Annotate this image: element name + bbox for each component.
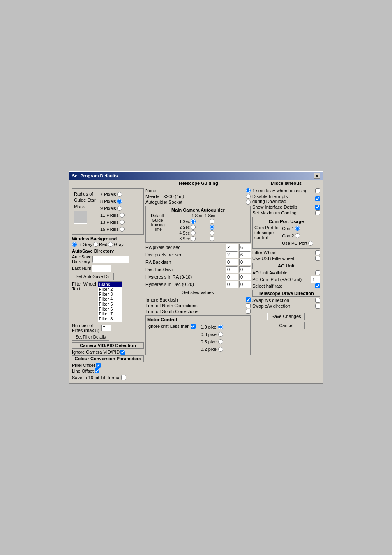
- save-changes-button[interactable]: Save Changes: [267, 313, 304, 320]
- num-filters-input[interactable]: [101, 325, 111, 331]
- filter-4[interactable]: Filter 4: [98, 297, 122, 302]
- set-autosave-dir-button[interactable]: Set AutoSave Dir: [72, 273, 114, 280]
- radio-gray[interactable]: [108, 242, 113, 247]
- dec-pixels-val1[interactable]: [226, 251, 238, 258]
- radio-autoguider[interactable]: [246, 200, 251, 205]
- filter-blank[interactable]: Blank: [98, 282, 122, 287]
- swap-ns-label: Swap n/s direction: [252, 298, 289, 303]
- ignore-drift-checkbox[interactable]: [191, 324, 196, 329]
- gray-label: Gray: [114, 242, 124, 247]
- filter-8[interactable]: Filter 8: [98, 316, 122, 321]
- swap-ew-checkbox[interactable]: [315, 304, 320, 309]
- radio-7px[interactable]: [117, 192, 122, 197]
- radio-1sec-col1[interactable]: [191, 219, 196, 224]
- radio-13px[interactable]: [120, 220, 125, 225]
- radio-0-8px[interactable]: [218, 332, 223, 337]
- swap-ns-checkbox[interactable]: [315, 298, 320, 303]
- dec-pixels-val2[interactable]: [239, 251, 251, 258]
- com1-label: Com1: [282, 226, 294, 231]
- last-num-input[interactable]: [92, 265, 111, 272]
- hyst-dec-val2[interactable]: [239, 281, 251, 288]
- sec-delay-checkbox[interactable]: [315, 188, 320, 193]
- radio-none[interactable]: [246, 188, 251, 193]
- ignore-backlash-label: Ignore Backlash: [145, 297, 178, 302]
- filter-3[interactable]: Filter 3: [98, 292, 122, 297]
- radio-9px[interactable]: [117, 206, 122, 211]
- autosave-dir-input[interactable]: [92, 256, 129, 263]
- pc-com-port-input[interactable]: [311, 276, 320, 283]
- set-slew-values-button[interactable]: Set slew values: [179, 289, 217, 296]
- set-filter-details-button[interactable]: Set Filter Details: [72, 334, 109, 341]
- select-half-rate-checkbox[interactable]: [315, 283, 320, 288]
- sec-delay-label: 1 sec delay when focussing: [252, 188, 308, 193]
- guide-default-label: DefaultGuideTrainingTime: [147, 214, 168, 232]
- hyst-dec-label: Hysteresis in Dec (0-20): [145, 282, 194, 287]
- save-16bit-label: Save in 16 bit Tiff format: [72, 375, 120, 380]
- show-interface-checkbox[interactable]: [315, 205, 320, 210]
- filter-list[interactable]: Blank Filter 2 Filter 3 Filter 4 Filter …: [98, 281, 122, 322]
- hyst-ra-val2[interactable]: [239, 274, 251, 280]
- dialog-body: Radius ofGuide StarMask 7 Pixels 8 Pixel…: [69, 186, 323, 383]
- dec-backlash-val2[interactable]: [239, 266, 251, 273]
- radio-0-2px[interactable]: [218, 347, 223, 352]
- radio-pc-port[interactable]: [308, 241, 313, 246]
- filter-wheel-checkbox[interactable]: [315, 250, 320, 255]
- line-offset-checkbox[interactable]: [95, 368, 99, 373]
- ignore-backlash-checkbox[interactable]: [246, 297, 251, 302]
- set-program-defaults-dialog: Set Program Defaults ✕ Telescope Guiding…: [69, 171, 323, 384]
- ra-pixels-label: RA pixels per sec: [145, 245, 180, 250]
- hyst-ra-val1[interactable]: [226, 274, 238, 280]
- turn-off-north-checkbox[interactable]: [246, 303, 251, 308]
- mask-label: Radius ofGuide StarMask: [74, 191, 99, 210]
- ra-pixels-val1[interactable]: [226, 244, 238, 251]
- set-max-cooling-checkbox[interactable]: [315, 210, 320, 215]
- dialog-title: Set Program Defaults: [72, 173, 118, 178]
- radio-1-0px[interactable]: [218, 325, 223, 329]
- close-button[interactable]: ✕: [314, 173, 320, 179]
- radio-com1[interactable]: [295, 226, 300, 231]
- main-camera-label: Main Camera Autoguider: [147, 207, 249, 212]
- telescope-lx200: Meade LX200 (1m): [145, 194, 245, 199]
- radio-4sec-col1[interactable]: [191, 230, 196, 235]
- ra-pixels-val2[interactable]: [239, 244, 251, 251]
- dec-backlash-val1[interactable]: [226, 266, 238, 273]
- swap-ew-label: Swap e/w direction: [252, 304, 290, 309]
- ignore-camera-checkbox[interactable]: [120, 350, 125, 355]
- filter-7[interactable]: Filter 7: [98, 311, 122, 316]
- ra-backlash-val2[interactable]: [239, 259, 251, 265]
- dec-pixels-label: Dec pixels per sec: [145, 252, 182, 257]
- save-16bit-checkbox[interactable]: [121, 375, 126, 380]
- radio-4sec-col2[interactable]: [210, 230, 214, 235]
- radio-lx200[interactable]: [246, 194, 251, 199]
- set-max-cooling-label: Set Maximum Cooling: [252, 210, 297, 215]
- filter-5[interactable]: Filter 5: [98, 302, 122, 306]
- pixel-offset-checkbox[interactable]: [96, 363, 101, 368]
- use-pc-port-label: Use PC Port: [282, 241, 307, 246]
- radio-8sec-col1[interactable]: [191, 236, 196, 241]
- radio-11px[interactable]: [120, 213, 125, 218]
- show-interface-label: Show Interface Details: [252, 205, 297, 210]
- radio-8sec-col2[interactable]: [210, 236, 214, 241]
- use-usb-checkbox[interactable]: [315, 256, 320, 261]
- radio-red[interactable]: [93, 242, 98, 247]
- radio-com2[interactable]: [295, 233, 300, 238]
- turn-off-south-checkbox[interactable]: [246, 309, 251, 314]
- mid-column: None Meade LX200 (1m) Autoguider Socket …: [145, 188, 251, 381]
- radio-0-5px[interactable]: [218, 339, 223, 344]
- filter-2[interactable]: Filter 2: [98, 287, 122, 292]
- hyst-dec-val1[interactable]: [226, 281, 238, 288]
- radio-ltgray[interactable]: [72, 242, 77, 247]
- radio-2sec-col1[interactable]: [191, 225, 196, 230]
- dec-backlash-label: Dec Backlash: [145, 267, 173, 272]
- ra-backlash-val1[interactable]: [226, 259, 238, 265]
- radio-1sec-col2[interactable]: [210, 219, 214, 224]
- radio-15px[interactable]: [120, 227, 125, 232]
- ao-available-checkbox[interactable]: [315, 270, 320, 275]
- filter-6[interactable]: Filter 6: [98, 306, 122, 311]
- pixel-13: 13 Pixels: [100, 220, 119, 225]
- disable-int-checkbox[interactable]: [315, 196, 320, 201]
- cancel-button[interactable]: Cancel: [268, 322, 305, 329]
- radio-2sec-col2[interactable]: [210, 225, 214, 230]
- guide-8sec: 8 Sec: [169, 237, 190, 241]
- radio-8px[interactable]: [117, 199, 122, 204]
